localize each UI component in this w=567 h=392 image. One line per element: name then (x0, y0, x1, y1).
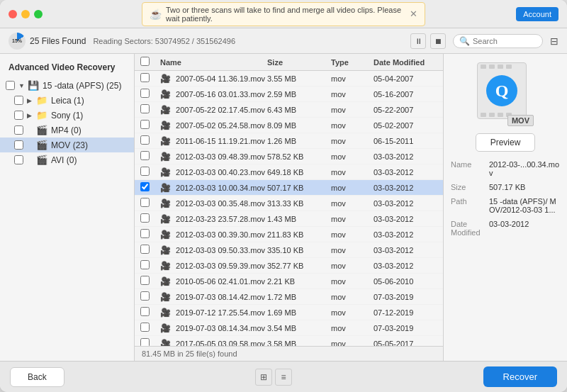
file-checkbox[interactable] (140, 73, 150, 82)
account-button[interactable]: Account (516, 7, 558, 21)
mov-file-icon: 🎥 (160, 276, 171, 286)
file-checkbox[interactable] (140, 291, 150, 301)
sony-label: Sony (1) (51, 111, 83, 121)
name-value: 2012-03-...00.34.mov (489, 160, 560, 177)
table-row[interactable]: 🎥 2012-03-23 23.57.28.mov 1.43 MB mov 03… (135, 211, 443, 227)
file-checkbox[interactable] (140, 151, 150, 160)
file-type: mov (331, 230, 374, 239)
table-row[interactable]: 🎥 2019-07-12 17.25.54.mov 1.69 MB mov 07… (135, 305, 443, 320)
file-icon-mp4: 🎬 (36, 125, 47, 135)
notification-close-button[interactable]: ✕ (410, 9, 417, 19)
file-size: 507.17 KB (267, 184, 331, 192)
file-checkbox[interactable] (140, 167, 150, 176)
table-row[interactable]: 🎥 2007-05-04 11.36.19.mov 3.55 MB mov 05… (135, 71, 443, 86)
file-name-text: 2012-03-03 09.59.39.mov (176, 262, 265, 270)
file-name: 🎥 2012-03-03 00.35.48.mov (160, 198, 267, 208)
table-row[interactable]: 🎥 2019-07-03 08.14.34.mov 3.54 MB mov 07… (135, 320, 443, 336)
search-input[interactable] (473, 37, 537, 45)
file-size: 2.21 KB (267, 277, 331, 286)
sidebar-item-avi[interactable]: ▶ 🎬 AVI (0) (0, 152, 134, 167)
table-row[interactable]: 🎥 2007-05-02 05.24.58.mov 8.09 MB mov 05… (135, 118, 443, 133)
preview-button[interactable]: Preview (476, 133, 536, 152)
row-check (140, 276, 160, 286)
table-row[interactable]: 🎥 2012-03-03 09.48.39.mov 578.52 KB mov … (135, 149, 443, 164)
close-button[interactable] (9, 10, 17, 18)
table-row[interactable]: 🎥 2012-03-03 00.35.48.mov 313.33 KB mov … (135, 196, 443, 211)
mov-file-icon: 🎥 (160, 152, 171, 162)
file-checkbox[interactable] (140, 229, 150, 238)
file-checkbox[interactable] (140, 307, 150, 316)
search-icon: 🔍 (459, 36, 470, 46)
table-row[interactable]: 🎥 2012-03-03 00.39.30.mov 211.83 KB mov … (135, 227, 443, 242)
table-row[interactable]: 🎥 2007-05-22 02.17.45.mov 6.43 MB mov 05… (135, 102, 443, 118)
leica-arrow: ▶ (27, 97, 34, 104)
table-row[interactable]: 🎥 2007-05-16 03.01.33.mov 2.59 MB mov 05… (135, 86, 443, 102)
mov-file-icon: 🎥 (160, 292, 171, 302)
table-row[interactable]: 🎥 2012-03-03 00.40.23.mov 649.18 KB mov … (135, 164, 443, 180)
file-date: 05-22-2007 (374, 106, 437, 114)
file-checkbox[interactable] (140, 198, 150, 207)
film-center: Q (478, 70, 526, 111)
filter-button[interactable]: ⊟ (550, 35, 558, 47)
table-row[interactable]: 🎥 2017-05-05 03.09.58.mov 3.58 MB mov 05… (135, 336, 443, 346)
sony-checkbox[interactable] (14, 111, 23, 120)
root-checkbox[interactable] (6, 81, 15, 90)
select-all-checkbox[interactable] (140, 57, 150, 66)
file-date: 05-16-2007 (374, 90, 437, 99)
file-checkbox[interactable] (140, 260, 150, 269)
recover-button[interactable]: Recover (483, 366, 557, 387)
sidebar-item-sony[interactable]: ▶ 📁 Sony (1) (0, 108, 134, 123)
file-checkbox[interactable] (140, 135, 150, 145)
table-row[interactable]: 🎥 2012-03-03 09.59.39.mov 352.77 KB mov … (135, 258, 443, 274)
grid-view-button[interactable]: ⊞ (255, 369, 272, 386)
table-row[interactable]: 🎥 2019-07-03 08.14.42.mov 1.72 MB mov 07… (135, 289, 443, 305)
table-row[interactable]: 🎥 2011-06-15 11.19.21.mov 1.26 MB mov 06… (135, 133, 443, 149)
minimize-button[interactable] (21, 10, 30, 18)
film-hole (489, 113, 495, 117)
file-checkbox[interactable] (140, 245, 150, 254)
search-box: 🔍 (453, 34, 543, 48)
file-checkbox[interactable] (140, 338, 150, 346)
file-date: 05-02-2007 (374, 121, 437, 130)
table-row[interactable]: 🎥 2012-03-03 09.50.33.mov 335.10 KB mov … (135, 242, 443, 258)
file-name-text: 2012-03-03 00.40.23.mov (176, 168, 265, 177)
mov-file-icon: 🎥 (160, 230, 171, 240)
list-view-button[interactable]: ≡ (275, 369, 292, 386)
date-value: 03-03-2012 (489, 220, 529, 237)
stop-button[interactable]: ⏹ (430, 33, 446, 49)
quicktime-icon: Q (486, 75, 517, 106)
detail-path-row: Path 15 -data (APFS)/ MOV/2012-03-03 1..… (451, 197, 560, 214)
leica-checkbox[interactable] (14, 96, 23, 105)
sidebar-item-mp4[interactable]: ▶ 🎬 MP4 (0) (0, 123, 134, 138)
file-checkbox[interactable] (140, 276, 150, 285)
back-button[interactable]: Back (10, 367, 64, 387)
mp4-checkbox[interactable] (14, 125, 23, 135)
mov-checkbox[interactable] (14, 140, 23, 150)
file-date: 03-03-2012 (374, 199, 437, 208)
row-check (140, 198, 160, 208)
sidebar: Advanced Video Recovery ▼ 💾 15 -data (AP… (0, 54, 135, 361)
sidebar-item-mov[interactable]: ▶ 🎬 MOV (23) (0, 138, 134, 152)
pause-button[interactable]: ⏸ (410, 33, 426, 49)
sidebar-item-leica[interactable]: ▶ 📁 Leica (1) (0, 93, 134, 108)
row-check (140, 151, 160, 162)
path-value: 15 -data (APFS)/ MOV/2012-03-03 1... (489, 197, 560, 214)
file-checkbox[interactable] (140, 120, 150, 129)
file-size: 335.10 KB (267, 246, 331, 254)
file-name: 🎥 2007-05-22 02.17.45.mov (160, 105, 267, 115)
file-checkbox[interactable] (140, 182, 150, 191)
file-name: 🎥 2010-05-06 02.41.01.mov (160, 276, 267, 286)
file-checkbox[interactable] (140, 89, 150, 98)
maximize-button[interactable] (34, 10, 43, 18)
table-row[interactable]: 🎥 2010-05-06 02.41.01.mov 2.21 KB mov 05… (135, 274, 443, 289)
file-name-text: 2007-05-04 11.36.19.mov (176, 74, 265, 83)
title-bar: ☕ Two or three scans will take to find a… (0, 0, 567, 28)
sidebar-item-root[interactable]: ▼ 💾 15 -data (APFS) (25) (0, 78, 134, 93)
file-checkbox[interactable] (140, 213, 150, 223)
file-size: 3.58 MB (267, 340, 331, 347)
avi-checkbox[interactable] (14, 155, 23, 164)
file-name: 🎥 2012-03-03 00.40.23.mov (160, 167, 267, 177)
file-checkbox[interactable] (140, 323, 150, 332)
table-row[interactable]: 🎥 2012-03-03 10.00.34.mov 507.17 KB mov … (135, 180, 443, 196)
file-checkbox[interactable] (140, 104, 150, 113)
